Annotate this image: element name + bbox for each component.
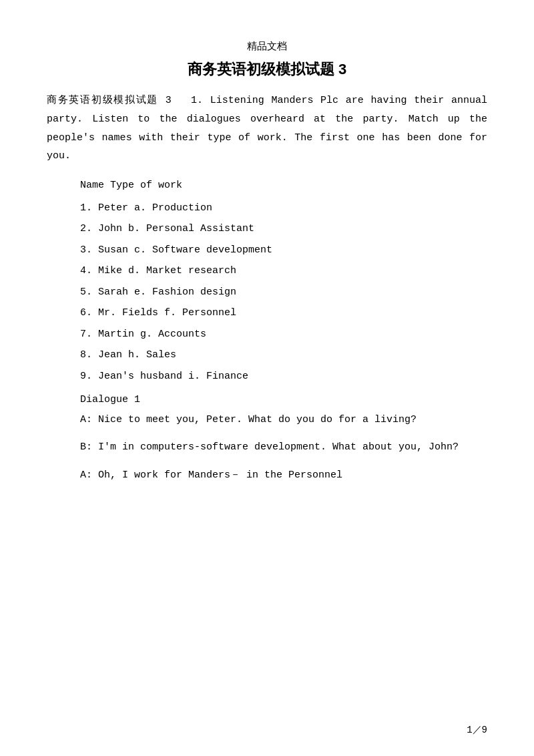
list-item: 1. Peter a. Production: [47, 198, 487, 219]
dialogue-a2: A: Oh, I work for Manders－ in the Person…: [47, 466, 487, 485]
page: 精品文档 商务英语初级模拟试题 3 商务英语初级模拟试题 3 1. Listen…: [0, 0, 534, 756]
list-item: 9. Jean's husband i. Finance: [47, 366, 487, 387]
dialogue-b1: B: I'm in computers-software development…: [47, 438, 487, 457]
dialogue-a1: A: Nice to meet you, Peter. What do you …: [47, 411, 487, 429]
top-label: 精品文档: [47, 40, 487, 53]
list-item: 7. Martin g. Accounts: [47, 324, 487, 345]
main-title: 商务英语初级模拟试题 3: [47, 59, 487, 79]
intro-paragraph: 商务英语初级模拟试题 3 1. Listening Manders Plc ar…: [47, 91, 487, 166]
list-item: 2. John b. Personal Assistant: [47, 218, 487, 240]
list-item: 4. Mike d. Market research: [47, 260, 487, 282]
list-item: 3. Susan c. Software development: [47, 240, 487, 261]
list-item: 5. Sarah e. Fashion design: [47, 282, 487, 303]
name-type-header: Name Type of work: [47, 175, 487, 196]
dialogue-title: Dialogue 1: [47, 389, 487, 411]
list-item: 8. Jean h. Sales: [47, 345, 487, 366]
page-number: 1／9: [467, 724, 487, 736]
list-item: 6. Mr. Fields f. Personnel: [47, 303, 487, 324]
